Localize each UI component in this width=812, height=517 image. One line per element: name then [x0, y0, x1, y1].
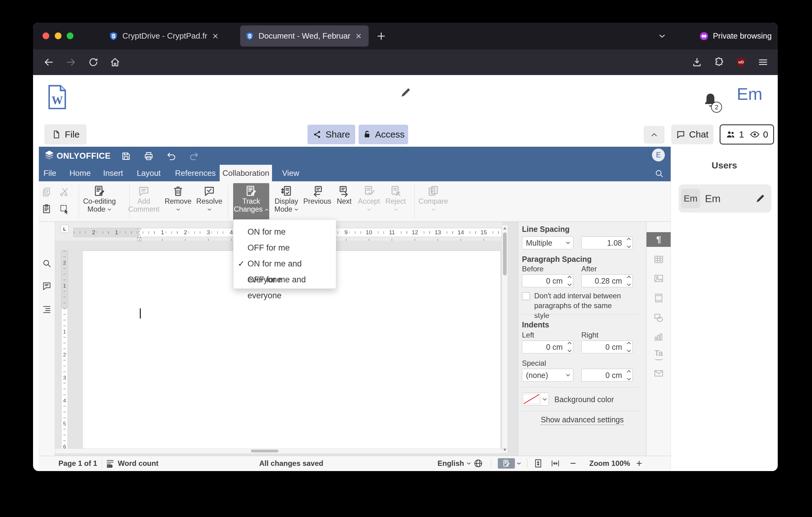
vertical-scrollbar[interactable]	[502, 225, 508, 453]
tab-bar: CryptDrive - CryptPad.fr Document - Wed,…	[33, 23, 778, 49]
find-icon[interactable]	[42, 258, 52, 268]
table-settings-icon[interactable]	[653, 254, 664, 265]
editor-user-avatar[interactable]: E	[652, 148, 665, 161]
menu-tab-file[interactable]: File	[44, 165, 56, 181]
fit-page-button[interactable]	[533, 459, 543, 468]
reject-change-button: Reject	[380, 185, 411, 213]
paste-button[interactable]	[41, 204, 52, 214]
menu-tab-layout[interactable]: Layout	[137, 165, 161, 181]
menu-tab-references[interactable]: References	[175, 165, 216, 181]
menu-hamburger-icon[interactable]	[757, 57, 768, 68]
textart-settings-icon[interactable]: Ta	[655, 349, 663, 360]
indent-right-input[interactable]: 0 cm	[581, 341, 633, 353]
new-tab-button[interactable]	[376, 31, 387, 42]
edit-name-pencil-icon[interactable]	[755, 194, 765, 203]
ruler-number: 1	[114, 229, 120, 236]
special-amount-input[interactable]: 0 cm	[581, 369, 633, 382]
forward-button[interactable]	[65, 57, 77, 68]
chevron-down-icon[interactable]	[517, 462, 521, 465]
print-button[interactable]	[144, 151, 154, 161]
tab-close-icon[interactable]	[211, 32, 220, 40]
mail-merge-settings-icon[interactable]	[653, 368, 664, 379]
undo-button[interactable]	[166, 151, 177, 161]
share-button[interactable]: Share	[308, 125, 355, 144]
menu-tab-home[interactable]: Home	[69, 165, 91, 181]
menu-tab-view[interactable]: View	[282, 165, 299, 181]
display-mode-button[interactable]: Display Mode	[269, 185, 303, 213]
extensions-icon[interactable]	[714, 57, 725, 68]
zoom-out-button[interactable]: −	[570, 456, 576, 470]
rename-pencil-icon[interactable]	[400, 87, 411, 98]
header-footer-settings-icon[interactable]	[653, 293, 664, 303]
tab-close-icon[interactable]	[355, 32, 362, 40]
track-changes-status-button[interactable]	[498, 458, 515, 469]
back-button[interactable]	[43, 57, 54, 68]
page-indicator[interactable]: Page 1 of 1	[58, 456, 97, 470]
user-list-item[interactable]: Em Em	[678, 184, 771, 213]
track-changes-button[interactable]: Track Changes	[233, 183, 269, 220]
ublock-origin-icon[interactable]: uO	[735, 57, 747, 68]
scrollbar-thumb[interactable]	[251, 450, 279, 452]
reload-button[interactable]	[88, 57, 99, 68]
zoom-level[interactable]: Zoom 100%	[589, 456, 630, 470]
tab-cryptdrive[interactable]: CryptDrive - CryptPad.fr	[104, 25, 228, 47]
image-settings-icon[interactable]	[653, 273, 664, 284]
account-avatar[interactable]: Em	[737, 84, 762, 104]
ruler-number: 3	[205, 229, 212, 236]
spellcheck-globe-icon[interactable]	[473, 459, 483, 468]
window-minimize-button[interactable]	[55, 32, 61, 39]
participants-indicator[interactable]: 1 0	[720, 124, 774, 144]
spacing-after-input[interactable]: 0.28 cm	[581, 274, 633, 287]
eye-icon	[750, 129, 760, 140]
access-button[interactable]: Access	[358, 125, 408, 144]
background-color-swatch[interactable]	[522, 393, 549, 406]
special-select[interactable]: (none)	[522, 369, 573, 382]
chevron-down-icon[interactable]	[543, 397, 546, 400]
word-count-button[interactable]: Word count	[118, 456, 158, 470]
paragraph-settings-tab[interactable]: ¶	[646, 232, 671, 247]
resolve-comment-button[interactable]: Resolve	[193, 185, 226, 213]
chat-button[interactable]: Chat	[671, 125, 714, 144]
menu-item-off-for-me[interactable]: OFF for me	[233, 240, 336, 256]
save-button[interactable]	[121, 151, 131, 161]
menu-item-off-for-everyone[interactable]: OFF for me and everyone	[233, 272, 336, 288]
scroll-down-arrow[interactable]	[503, 449, 506, 451]
zoom-in-button[interactable]: +	[636, 456, 642, 470]
menu-tab-insert[interactable]: Insert	[103, 165, 123, 181]
tab-stop-selector[interactable]: L	[61, 225, 68, 233]
chart-settings-icon[interactable]	[653, 331, 664, 342]
file-menu-button[interactable]: File	[45, 124, 87, 144]
show-advanced-settings-link[interactable]: Show advanced settings	[518, 415, 646, 424]
select-all-button[interactable]	[59, 204, 69, 214]
line-spacing-amount[interactable]: 1.08	[581, 237, 633, 249]
comments-panel-icon[interactable]	[42, 281, 52, 291]
navigation-bar: https://cryptpad.fr/doc/#/3/doc/edit/ff0…	[33, 49, 778, 75]
menu-tab-collaboration[interactable]: Collaboration	[220, 165, 272, 181]
menu-item-on-for-me[interactable]: ON for me	[233, 224, 336, 240]
window-zoom-button[interactable]	[67, 32, 74, 39]
collapse-toolbar-button[interactable]	[644, 126, 665, 144]
home-button[interactable]	[110, 57, 120, 68]
scroll-up-arrow[interactable]	[503, 227, 506, 229]
horizontal-scrollbar[interactable]	[55, 448, 502, 453]
remove-comment-button[interactable]: Remove	[161, 185, 195, 213]
search-icon[interactable]	[655, 169, 664, 178]
downloads-icon[interactable]	[692, 57, 702, 68]
menu-item-on-for-everyone[interactable]: ✓ ON for me and everyone	[233, 256, 336, 272]
previous-change-button[interactable]: Previous	[301, 185, 333, 205]
spacing-before-input[interactable]: 0 cm	[522, 274, 573, 287]
shape-settings-icon[interactable]	[653, 312, 664, 323]
navigation-panel-icon[interactable]	[42, 304, 52, 314]
no-interval-checkbox[interactable]	[522, 292, 530, 300]
tab-list-chevron-icon[interactable]	[657, 31, 667, 41]
ruler-number: 10	[364, 229, 374, 236]
chevron-down-icon[interactable]	[467, 462, 471, 465]
window-close-button[interactable]	[42, 32, 49, 39]
fit-width-button[interactable]	[550, 459, 560, 468]
coediting-mode-button[interactable]: Co-editing Mode	[83, 185, 116, 213]
language-selector[interactable]: English	[437, 456, 464, 470]
indent-left-input[interactable]: 0 cm	[522, 341, 573, 353]
tab-document[interactable]: Document - Wed, February 5, 2	[240, 25, 369, 47]
line-spacing-select[interactable]: Multiple	[522, 237, 573, 249]
scrollbar-thumb[interactable]	[503, 233, 507, 275]
